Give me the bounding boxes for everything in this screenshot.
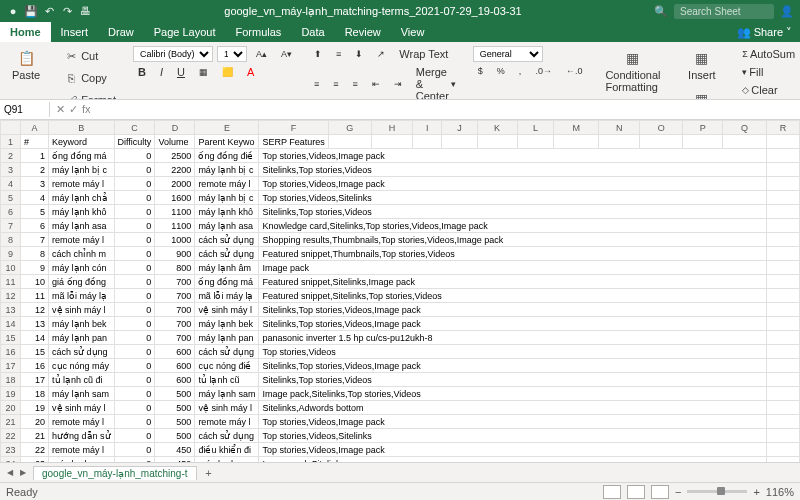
cell[interactable]: 1 [21, 149, 49, 163]
cell[interactable]: cách chỉnh m [49, 247, 115, 261]
row-header[interactable]: 9 [1, 247, 21, 261]
tab-home[interactable]: Home [0, 22, 51, 42]
cell[interactable]: 500 [155, 429, 195, 443]
bold-button[interactable]: B [133, 64, 151, 80]
cell[interactable]: 1100 [155, 219, 195, 233]
cell[interactable] [766, 401, 799, 415]
zoom-in-button[interactable]: + [753, 486, 759, 498]
cell[interactable] [683, 135, 723, 149]
col-header[interactable]: E [195, 121, 259, 135]
col-header[interactable]: C [114, 121, 155, 135]
cell[interactable]: 2200 [155, 163, 195, 177]
cell[interactable] [766, 205, 799, 219]
cell[interactable] [723, 135, 767, 149]
align-top-button[interactable]: ⬆ [309, 47, 327, 61]
cell[interactable]: vệ sinh máy l [195, 401, 259, 415]
cell[interactable]: 0 [114, 289, 155, 303]
row-header[interactable]: 11 [1, 275, 21, 289]
cell[interactable]: cách sử dụng [195, 429, 259, 443]
cell[interactable]: 0 [114, 149, 155, 163]
border-button[interactable]: ▦ [194, 65, 213, 79]
cell[interactable]: 0 [114, 191, 155, 205]
print-icon[interactable]: 🖶 [78, 4, 92, 18]
cell[interactable]: 0 [114, 373, 155, 387]
cell[interactable]: tủ lạnh cũ [195, 373, 259, 387]
formula-input[interactable] [97, 102, 800, 117]
share-button[interactable]: 👥Share ˅ [729, 22, 800, 42]
font-select[interactable]: Calibri (Body) [133, 46, 213, 62]
cell[interactable]: cách sử dụng [49, 345, 115, 359]
cell[interactable] [766, 289, 799, 303]
col-header[interactable]: J [442, 121, 477, 135]
cell[interactable]: Volume [155, 135, 195, 149]
cell[interactable]: 0 [114, 415, 155, 429]
cell[interactable]: Sitelinks,Top stories,Videos,Image pack [259, 317, 766, 331]
row-header[interactable]: 19 [1, 387, 21, 401]
comma-button[interactable]: , [514, 64, 527, 78]
clear-button[interactable]: ◇ Clear [737, 82, 800, 98]
cell[interactable] [598, 135, 639, 149]
cell[interactable]: 500 [155, 415, 195, 429]
row-header[interactable]: 21 [1, 415, 21, 429]
cell[interactable] [766, 219, 799, 233]
cell[interactable]: 0 [114, 163, 155, 177]
cell[interactable]: 700 [155, 275, 195, 289]
cell[interactable]: 17 [21, 373, 49, 387]
cell[interactable]: remote máy l [49, 177, 115, 191]
row-header[interactable]: 23 [1, 443, 21, 457]
add-sheet-button[interactable]: + [201, 467, 217, 479]
cell[interactable]: 18 [21, 387, 49, 401]
cell[interactable] [766, 359, 799, 373]
cell[interactable]: Sitelinks,Top stories,Videos [259, 373, 766, 387]
tab-page-layout[interactable]: Page Layout [144, 22, 226, 42]
cell[interactable]: máy lạnh sam [195, 387, 259, 401]
fill-button[interactable]: ▾ Fill [737, 64, 800, 80]
tab-view[interactable]: View [391, 22, 435, 42]
cell[interactable]: Difficulty [114, 135, 155, 149]
cell[interactable] [766, 135, 799, 149]
cell[interactable]: 13 [21, 317, 49, 331]
cell[interactable]: ống đồng điề [195, 149, 259, 163]
merge-button[interactable]: Merge & Center ▾ [411, 64, 461, 100]
col-header[interactable]: M [554, 121, 599, 135]
cell[interactable]: 2500 [155, 149, 195, 163]
cell[interactable]: cách sử dụng [195, 345, 259, 359]
cell[interactable]: 800 [155, 261, 195, 275]
cell[interactable] [766, 345, 799, 359]
cell[interactable]: 0 [114, 233, 155, 247]
cell[interactable]: 20 [21, 415, 49, 429]
row-header[interactable]: 10 [1, 261, 21, 275]
cell[interactable]: 19 [21, 401, 49, 415]
cell[interactable]: giá ống đồng [49, 275, 115, 289]
cell[interactable]: Featured snippet,Thumbnails,Top stories,… [259, 247, 766, 261]
cell[interactable]: Top stories,Videos,Image pack [259, 415, 766, 429]
cell[interactable]: Sitelinks,Top stories,Videos [259, 205, 766, 219]
cell[interactable]: 21 [21, 429, 49, 443]
cell[interactable] [766, 247, 799, 261]
redo-icon[interactable]: ↷ [60, 4, 74, 18]
cell[interactable]: 23 [21, 457, 49, 463]
cell[interactable] [766, 303, 799, 317]
cell[interactable]: cách sử dụng [195, 247, 259, 261]
view-layout-button[interactable] [627, 485, 645, 499]
cell[interactable]: Top stories,Videos,Image pack [259, 177, 766, 191]
fill-color-button[interactable]: 🟨 [217, 65, 238, 79]
cell[interactable]: Keyword [49, 135, 115, 149]
row-header[interactable]: 17 [1, 359, 21, 373]
cell[interactable]: máy lạnh âm [195, 261, 259, 275]
row-header[interactable]: 4 [1, 177, 21, 191]
wrap-text-button[interactable]: Wrap Text [394, 46, 453, 62]
cell[interactable]: remote máy l [195, 177, 259, 191]
cell[interactable]: 16 [21, 359, 49, 373]
view-break-button[interactable] [651, 485, 669, 499]
cell[interactable]: vệ sinh máy l [195, 303, 259, 317]
cell[interactable]: máy lạnh pan [49, 331, 115, 345]
cell[interactable]: máy lạnh pan [195, 331, 259, 345]
cell[interactable]: 600 [155, 359, 195, 373]
indent-inc-button[interactable]: ⇥ [389, 77, 407, 91]
cell[interactable]: 14 [21, 331, 49, 345]
zoom-slider[interactable] [687, 490, 747, 493]
row-header[interactable]: 16 [1, 345, 21, 359]
cell[interactable]: panasonic inverter 1.5 hp cu/cs-pu12ukh-… [259, 331, 766, 345]
row-header[interactable]: 18 [1, 373, 21, 387]
